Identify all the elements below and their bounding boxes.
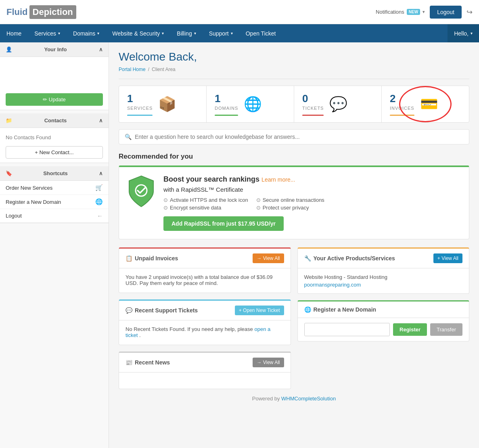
unpaid-invoices-card: 📋 Unpaid Invoices → View All You have 2 … <box>119 247 291 293</box>
contacts-collapse-icon[interactable]: ∧ <box>99 117 103 124</box>
breadcrumb-current: Client Area <box>152 67 176 72</box>
services-box-icon: 📦 <box>158 96 176 113</box>
new-contact-button[interactable]: + New Contact... <box>6 146 103 159</box>
cart-icon: 🛒 <box>95 184 103 191</box>
no-contacts-text: No Contacts Found <box>6 132 103 143</box>
recent-news-header: 📰 Recent News → View All <box>119 353 291 373</box>
signout-icon[interactable]: ↪ <box>466 8 473 17</box>
invoice-icon: 📋 <box>126 255 132 262</box>
whmcs-link[interactable]: WHMCompleteSolution <box>281 396 336 402</box>
support-arrow-icon: ▾ <box>231 31 233 36</box>
shortcuts-content: Order New Services 🛒 Register a New Doma… <box>0 181 109 223</box>
shortcuts-header: 🔖 Shortcuts ∧ <box>0 166 109 181</box>
tickets-chat-icon: 💬 <box>329 96 347 113</box>
active-services-title: 🔧 Your Active Products/Services <box>304 255 395 262</box>
domain-search-input[interactable] <box>304 323 390 336</box>
service-link[interactable]: poormanspreparing.com <box>304 282 361 288</box>
services-icon: 🔧 <box>304 255 311 262</box>
recent-news-card: 📰 Recent News → View All <box>119 352 291 389</box>
bottom-row: 📋 Unpaid Invoices → View All You have 2 … <box>119 247 469 389</box>
stat-invoices[interactable]: 2 INVOICES 💳 <box>382 86 469 122</box>
rec-feature-1: ⊙Activate HTTPS and the lock icon <box>163 197 248 203</box>
active-services-header: 🔧 Your Active Products/Services + View A… <box>298 249 469 268</box>
register-domain-card: 🌐 Register a New Domain Register Transfe… <box>297 300 470 341</box>
ssl-shield-icon <box>127 175 155 207</box>
register-domain-header: 🌐 Register a New Domain <box>298 301 469 318</box>
invoices-card-icon: 💳 <box>420 96 438 113</box>
rec-card-features: ⊙Activate HTTPS and the lock icon ⊙Secur… <box>163 197 341 211</box>
shortcut-logout[interactable]: Logout ← <box>0 209 109 223</box>
logo: Fluid Depiction <box>6 5 76 19</box>
your-info-collapse-icon[interactable]: ∧ <box>99 46 103 52</box>
rec-card-subtitle: with a RapidSSL™ Certificate <box>163 186 341 193</box>
recent-news-title: 📰 Recent News <box>126 359 170 366</box>
stat-services[interactable]: 1 SERVICES 📦 <box>119 86 207 122</box>
services-view-all-button[interactable]: + View All <box>433 253 462 263</box>
contacts-icon: 📁 <box>6 117 12 124</box>
stat-services-number: 1 SERVICES <box>127 92 153 116</box>
check-icon-2: ⊙ <box>256 197 261 203</box>
recent-tickets-card: 💬 Recent Support Tickets + Open New Tick… <box>119 299 291 345</box>
stat-domains-bar <box>215 115 238 116</box>
nav-home[interactable]: Home <box>0 24 28 42</box>
contacts-section: 📁 Contacts ∧ No Contacts Found + New Con… <box>0 113 109 163</box>
logo-depiction-text: Depiction <box>29 5 76 19</box>
recent-tickets-body: No Recent Tickets Found. If you need any… <box>119 320 291 345</box>
your-info-section: 👤 Your Info ∧ ✏ Update <box>0 42 109 110</box>
check-icon-1: ⊙ <box>163 197 168 203</box>
unpaid-invoices-title: 📋 Unpaid Invoices <box>126 255 178 262</box>
active-services-card: 🔧 Your Active Products/Services + View A… <box>297 247 470 294</box>
active-services-body: Website Hosting - Standard Hosting poorm… <box>298 268 469 293</box>
breadcrumb-home[interactable]: Portal Home <box>119 67 146 72</box>
billing-arrow-icon: ▾ <box>194 31 196 36</box>
footer: Powered by WHMCompleteSolution <box>119 389 469 408</box>
websec-arrow-icon: ▾ <box>162 31 164 36</box>
nav-billing[interactable]: Billing▾ <box>170 24 202 42</box>
learn-more-link[interactable]: Learn more... <box>261 176 295 183</box>
nav-domains[interactable]: Domains▾ <box>67 24 106 42</box>
notifications-arrow-icon[interactable]: ▾ <box>423 9 425 15</box>
stats-row: 1 SERVICES 📦 1 DOMAINS 🌐 0 TICKETS <box>119 86 469 123</box>
rec-feature-2: ⊙Secure online transactions <box>256 197 341 203</box>
check-icon-3: ⊙ <box>163 205 168 211</box>
person-icon: 👤 <box>6 46 12 52</box>
nav-support[interactable]: Support▾ <box>203 24 239 42</box>
shortcut-order-services[interactable]: Order New Services 🛒 <box>0 181 109 195</box>
stat-invoices-number: 2 INVOICES <box>390 92 414 116</box>
add-ssl-button[interactable]: Add RapidSSL from just $17.95 USD/yr <box>163 216 284 231</box>
search-input[interactable] <box>135 134 463 140</box>
logout-button[interactable]: Logout <box>430 6 462 19</box>
unpaid-invoices-body: You have 2 unpaid invoice(s) with a tota… <box>119 268 291 293</box>
right-col: 🔧 Your Active Products/Services + View A… <box>297 247 470 389</box>
register-button[interactable]: Register <box>393 323 427 336</box>
nav-hello[interactable]: Hello,▾ <box>448 24 479 42</box>
news-view-all-button[interactable]: → View All <box>253 358 284 367</box>
recent-tickets-header: 💬 Recent Support Tickets + Open New Tick… <box>119 301 291 320</box>
invoices-view-all-button[interactable]: → View All <box>253 253 284 263</box>
shortcuts-section: 🔖 Shortcuts ∧ Order New Services 🛒 Regis… <box>0 166 109 223</box>
recommended-card: Boost your search rankings Learn more...… <box>119 165 469 239</box>
shortcuts-label: Shortcuts <box>43 170 68 176</box>
shortcuts-collapse-icon[interactable]: ∧ <box>99 170 103 176</box>
stat-tickets-bar <box>302 115 324 116</box>
top-bar: Fluid Depiction Notifications NEW ▾ Logo… <box>0 0 479 24</box>
update-button[interactable]: ✏ Update <box>6 93 103 106</box>
rec-feature-4: ⊙Protect user privacy <box>256 205 341 211</box>
shortcut-register-domain[interactable]: Register a New Domain 🌐 <box>0 195 109 209</box>
your-info-content: ✏ Update <box>0 57 109 110</box>
stat-domains[interactable]: 1 DOMAINS 🌐 <box>207 86 294 122</box>
shortcut-logout-label: Logout <box>6 213 22 219</box>
breadcrumb-separator: / <box>148 67 149 72</box>
stat-tickets[interactable]: 0 TICKETS 💬 <box>294 86 382 122</box>
globe-icon: 🌐 <box>95 198 103 205</box>
search-bar: 🔍 <box>119 129 469 144</box>
open-ticket-button[interactable]: + Open New Ticket <box>235 306 284 315</box>
recent-tickets-title: 💬 Recent Support Tickets <box>126 307 198 314</box>
rec-feature-3: ⊙Encrypt sensitive data <box>163 205 248 211</box>
nav-open-ticket[interactable]: Open Ticket <box>239 24 282 42</box>
transfer-button[interactable]: Transfer <box>430 323 462 336</box>
news-icon: 📰 <box>126 359 132 366</box>
notifications-area[interactable]: Notifications NEW ▾ <box>376 9 425 15</box>
nav-services[interactable]: Services▾ <box>28 24 67 42</box>
nav-website-security[interactable]: Website & Security▾ <box>106 24 170 42</box>
